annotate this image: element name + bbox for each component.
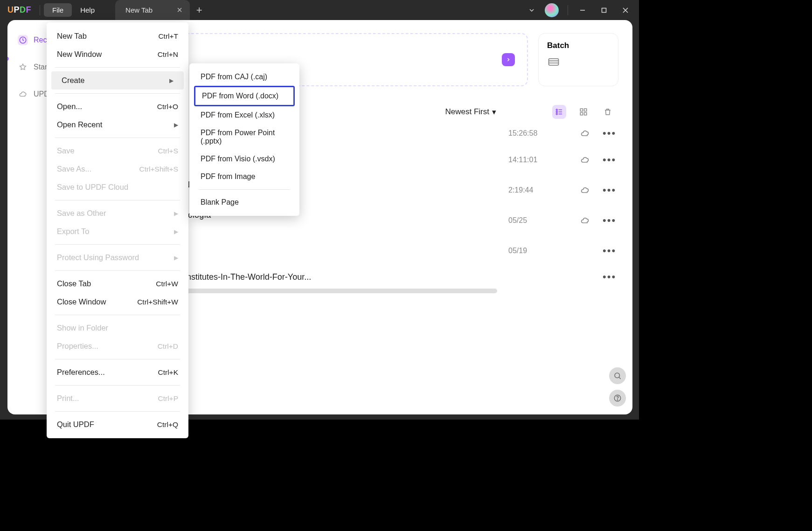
search-fab[interactable] bbox=[609, 367, 626, 384]
menu-item-close-window[interactable]: Close WindowCtrl+Shift+W bbox=[47, 293, 188, 311]
menu-item-open-recent[interactable]: Open Recent▶ bbox=[47, 116, 188, 134]
menu-item-label: Open... bbox=[57, 102, 82, 111]
cloud-sync-icon[interactable] bbox=[580, 216, 596, 225]
batch-stack-icon bbox=[547, 57, 610, 68]
cloud-sync-icon[interactable] bbox=[580, 186, 596, 195]
menu-shortcut: Ctrl+K bbox=[158, 368, 179, 377]
menu-file[interactable]: File bbox=[44, 3, 72, 17]
tab-new[interactable]: New Tab × bbox=[115, 0, 190, 20]
close-tab-icon[interactable]: × bbox=[177, 5, 182, 15]
menu-item-label: Create bbox=[62, 76, 85, 85]
menu-separator bbox=[55, 93, 180, 94]
menu-separator bbox=[55, 244, 180, 245]
minimize-button[interactable] bbox=[572, 0, 593, 20]
submenu-item-blank-page[interactable]: Blank Page bbox=[194, 193, 295, 211]
menu-separator bbox=[55, 411, 180, 412]
submenu-item-pdf-from-word-docx[interactable]: PDF from Word (.docx) bbox=[194, 86, 295, 106]
file-date: 14:11:01 bbox=[508, 156, 574, 164]
menu-help[interactable]: Help bbox=[72, 3, 103, 17]
more-actions-button[interactable]: ••• bbox=[603, 214, 618, 227]
menu-item-label: Quit UPDF bbox=[57, 420, 94, 429]
menu-item-quit-updf[interactable]: Quit UPDFCtrl+Q bbox=[47, 415, 188, 434]
app-menu-dropdown-icon[interactable] bbox=[521, 0, 542, 20]
menu-item-label: Properties... bbox=[57, 342, 98, 351]
titlebar: UPDF File Help New Tab × + bbox=[0, 0, 639, 20]
menu-shortcut: Ctrl+N bbox=[158, 50, 178, 59]
menu-item-new-window[interactable]: New WindowCtrl+N bbox=[47, 45, 188, 63]
help-fab[interactable] bbox=[609, 390, 626, 407]
view-list-button[interactable] bbox=[552, 105, 566, 119]
menu-shortcut: Ctrl+D bbox=[158, 342, 178, 351]
menu-shortcut: Ctrl+S bbox=[158, 147, 179, 155]
menu-item-label: Save As... bbox=[57, 165, 91, 173]
menu-item-label: Close Tab bbox=[57, 279, 91, 288]
menu-item-new-tab[interactable]: New TabCtrl+T bbox=[47, 27, 188, 45]
file-date: 2:19:44 bbox=[508, 186, 574, 194]
window-controls bbox=[521, 0, 636, 20]
menu-item-close-tab[interactable]: Close TabCtrl+W bbox=[47, 275, 188, 293]
sort-label: Newest First bbox=[445, 107, 489, 117]
svg-rect-5 bbox=[549, 59, 559, 65]
close-window-button[interactable] bbox=[615, 0, 636, 20]
cloud-sync-icon[interactable] bbox=[580, 129, 596, 138]
menu-item-label: Close Window bbox=[57, 297, 106, 306]
menu-shortcut: Ctrl+Shift+S bbox=[139, 165, 178, 173]
file-date: 15:26:58 bbox=[508, 129, 574, 138]
submenu-arrow-icon: ▶ bbox=[174, 210, 178, 217]
cloud-sync-icon[interactable] bbox=[580, 155, 596, 165]
submenu-item-pdf-from-power-point-pptx[interactable]: PDF from Power Point (.pptx) bbox=[194, 124, 295, 150]
sort-dropdown[interactable]: Newest First ▾ bbox=[445, 107, 496, 117]
svg-point-21 bbox=[617, 400, 618, 400]
batch-card[interactable]: Batch bbox=[538, 33, 618, 86]
svg-point-8 bbox=[556, 109, 557, 110]
menu-item-label: Preferences... bbox=[57, 368, 105, 377]
avatar-icon bbox=[545, 3, 559, 17]
menu-separator bbox=[199, 189, 290, 190]
svg-rect-14 bbox=[580, 109, 583, 111]
svg-rect-16 bbox=[580, 113, 583, 115]
view-controls bbox=[552, 105, 615, 119]
horizontal-scrollbar[interactable] bbox=[157, 289, 497, 293]
menu-item-print: Print...Ctrl+P bbox=[47, 389, 188, 407]
more-actions-button[interactable]: ••• bbox=[603, 127, 618, 139]
more-actions-button[interactable]: ••• bbox=[603, 271, 618, 283]
submenu-arrow-icon: ▶ bbox=[174, 228, 178, 235]
menu-shortcut: Ctrl+W bbox=[156, 280, 178, 288]
submenu-item-pdf-from-caj-caj[interactable]: PDF from CAJ (.caj) bbox=[194, 68, 295, 86]
file-menu-dropdown: New TabCtrl+TNew WindowCtrl+NCreate▶Open… bbox=[47, 22, 188, 438]
more-actions-button[interactable]: ••• bbox=[603, 184, 618, 196]
more-actions-button[interactable]: ••• bbox=[603, 245, 618, 257]
svg-rect-15 bbox=[584, 109, 587, 111]
more-actions-button[interactable]: ••• bbox=[603, 154, 618, 166]
delete-button[interactable] bbox=[601, 105, 615, 119]
open-file-go-icon[interactable] bbox=[502, 53, 515, 66]
app-logo: UPDF bbox=[4, 5, 36, 15]
dropdown-caret-icon: ▾ bbox=[492, 107, 496, 117]
menu-item-create[interactable]: Create▶ bbox=[51, 71, 184, 90]
menu-separator bbox=[55, 138, 180, 138]
svg-rect-1 bbox=[602, 8, 606, 12]
titlebar-separator-2 bbox=[568, 5, 568, 15]
submenu-arrow-icon: ▶ bbox=[174, 255, 178, 261]
submenu-item-pdf-from-visio-vsdx[interactable]: PDF from Visio (.vsdx) bbox=[194, 150, 295, 168]
batch-title: Batch bbox=[547, 41, 610, 50]
view-grid-button[interactable] bbox=[576, 105, 590, 119]
create-submenu: PDF from CAJ (.caj)PDF from Word (.docx)… bbox=[189, 63, 299, 216]
menu-item-open[interactable]: Open...Ctrl+O bbox=[47, 97, 188, 116]
submenu-arrow-icon: ▶ bbox=[169, 77, 174, 84]
cloud-icon bbox=[18, 89, 28, 99]
menu-item-label: Save as Other bbox=[57, 209, 106, 218]
submenu-item-pdf-from-excel-xlsx[interactable]: PDF from Excel (.xlsx) bbox=[194, 106, 295, 124]
logo-d: D bbox=[20, 5, 26, 14]
menu-item-save-to-updf-cloud: Save to UPDF Cloud bbox=[47, 178, 188, 196]
logo-p: P bbox=[14, 5, 20, 14]
maximize-button[interactable] bbox=[593, 0, 615, 20]
menu-separator bbox=[55, 315, 180, 315]
submenu-item-pdf-from-image[interactable]: PDF from Image bbox=[194, 168, 295, 186]
menu-shortcut: Ctrl+Q bbox=[157, 421, 178, 429]
avatar-button[interactable] bbox=[542, 0, 564, 20]
menu-item-preferences[interactable]: Preferences...Ctrl+K bbox=[47, 363, 188, 381]
menu-item-save-as-other: Save as Other▶ bbox=[47, 204, 188, 222]
logo-f: F bbox=[26, 5, 32, 14]
add-tab-button[interactable]: + bbox=[190, 4, 209, 16]
